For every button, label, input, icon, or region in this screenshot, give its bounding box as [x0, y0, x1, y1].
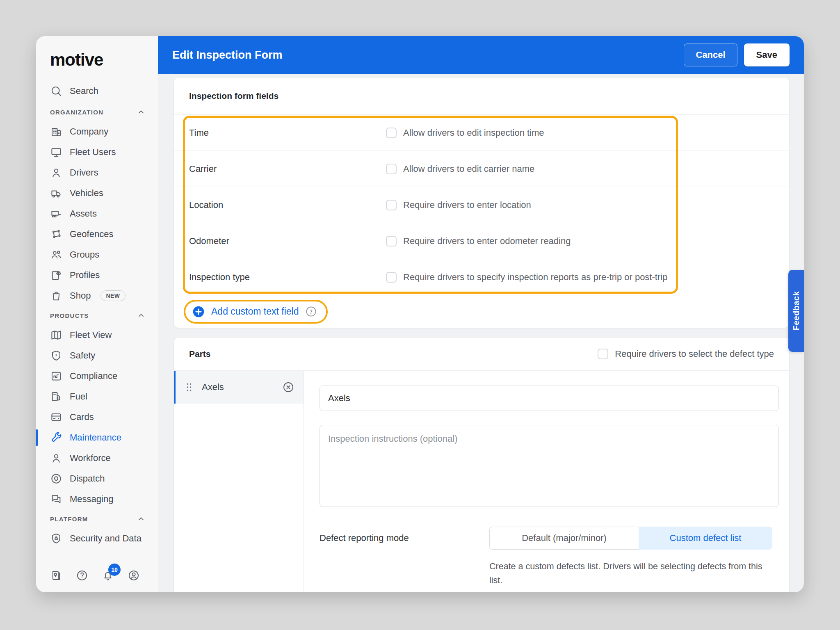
- help-icon[interactable]: [76, 569, 88, 582]
- section-label: PLATFORM: [50, 516, 88, 523]
- checkbox-label: Allow drivers to edit inspection time: [403, 128, 544, 138]
- checkbox[interactable]: [598, 349, 608, 359]
- section-label: PRODUCTS: [50, 312, 89, 319]
- sidebar-item-fuel[interactable]: Fuel: [36, 386, 158, 407]
- person-icon: [50, 452, 62, 464]
- sidebar-search[interactable]: Search: [36, 80, 158, 103]
- sidebar-item-maintenance[interactable]: Maintenance: [36, 427, 158, 448]
- card-title: Parts: [189, 349, 211, 359]
- section-header-organization[interactable]: ORGANIZATION: [36, 103, 158, 121]
- help-circle-icon[interactable]: ?: [305, 306, 317, 317]
- sidebar-item-label: Drivers: [70, 167, 98, 178]
- sidebar-item-compliance[interactable]: Compliance: [36, 366, 158, 386]
- notifications-bell-icon[interactable]: 10: [102, 569, 114, 582]
- person-icon: [50, 167, 62, 179]
- profiles-icon: [50, 269, 62, 281]
- parts-card: Parts Require drivers to select the defe…: [173, 337, 790, 592]
- sidebar-item-label: Fuel: [70, 391, 87, 402]
- sidebar-item-dispatch[interactable]: Dispatch: [36, 468, 158, 489]
- sidebar-item-vehicles[interactable]: Vehicles: [36, 183, 158, 203]
- svg-text:?: ?: [309, 308, 312, 315]
- sidebar-item-geofences[interactable]: Geofences: [36, 224, 158, 244]
- sidebar-item-label: Vehicles: [70, 188, 103, 199]
- checkbox-label: Require drivers to specify inspection re…: [403, 272, 667, 283]
- part-name-input[interactable]: [320, 386, 779, 411]
- sidebar-item-drivers[interactable]: Drivers: [36, 162, 158, 183]
- part-list-item-axels[interactable]: Axels: [174, 371, 304, 404]
- inspection-instructions-textarea[interactable]: [320, 425, 779, 507]
- feedback-tab[interactable]: Feedback: [788, 270, 804, 352]
- checkbox[interactable]: [386, 236, 397, 247]
- checkbox[interactable]: [386, 128, 397, 138]
- parts-body: Axels Defect reporting mode Default (maj…: [174, 371, 789, 592]
- sidebar-item-groups[interactable]: Groups: [36, 244, 158, 265]
- parts-list-panel: Axels: [174, 371, 304, 592]
- section-header-platform[interactable]: PLATFORM: [36, 509, 158, 528]
- sidebar: motive Search ORGANIZATION Company Fleet…: [36, 36, 158, 592]
- sidebar-item-label: Workforce: [70, 453, 111, 463]
- inspection-form-fields-card: Inspection form fields Time Allow driver…: [173, 77, 790, 328]
- new-badge: NEW: [100, 290, 125, 301]
- segment-custom-defect-list[interactable]: Custom defect list: [639, 527, 772, 550]
- guide-icon[interactable]: [50, 569, 62, 582]
- account-icon[interactable]: [128, 569, 140, 582]
- sidebar-item-label: Fleet Users: [70, 147, 116, 158]
- main-area: Edit Inspection Form Cancel Save Inspect…: [158, 36, 804, 592]
- sidebar-item-label: Maintenance: [70, 432, 121, 443]
- sidebar-item-shop[interactable]: Shop NEW: [36, 285, 158, 306]
- sidebar-item-workforce[interactable]: Workforce: [36, 448, 158, 468]
- sidebar-item-fleet-view[interactable]: Fleet View: [36, 325, 158, 345]
- search-icon: [50, 85, 62, 97]
- sidebar-item-messaging[interactable]: Messaging: [36, 489, 158, 509]
- sidebar-item-assets[interactable]: Assets: [36, 203, 158, 224]
- checkbox[interactable]: [386, 164, 397, 174]
- sidebar-item-label: Fleet View: [70, 330, 112, 340]
- search-label: Search: [70, 86, 98, 96]
- defect-mode-help-text: Create a custom defects list. Drivers wi…: [489, 559, 776, 587]
- sidebar-item-company[interactable]: Company: [36, 121, 158, 142]
- drag-handle-icon[interactable]: [185, 382, 194, 393]
- company-icon: [50, 126, 62, 138]
- checkbox[interactable]: [386, 272, 397, 283]
- sidebar-item-safety[interactable]: Safety: [36, 345, 158, 366]
- sidebar-item-label: Shop: [70, 290, 91, 301]
- card-title: Inspection form fields: [174, 78, 789, 115]
- part-detail-form: Defect reporting mode Default (major/min…: [304, 371, 789, 592]
- checkbox[interactable]: [386, 200, 397, 210]
- save-button[interactable]: Save: [744, 43, 790, 66]
- sidebar-item-label: Compliance: [70, 371, 117, 381]
- add-custom-text-field-button[interactable]: Add custom text field ?: [184, 300, 328, 324]
- field-label: Odometer: [189, 236, 386, 247]
- sidebar-item-profiles[interactable]: Profiles: [36, 265, 158, 285]
- card-footer: Add custom text field ?: [174, 295, 789, 328]
- truck-icon: [50, 187, 62, 199]
- sidebar-item-cards[interactable]: Cards: [36, 407, 158, 427]
- sidebar-item-label: Cards: [70, 412, 94, 422]
- notification-count-badge: 10: [108, 564, 121, 576]
- form-field-rows: Time Allow drivers to edit inspection ti…: [174, 115, 789, 295]
- segment-default-major-minor[interactable]: Default (major/minor): [489, 527, 639, 550]
- section-label: ORGANIZATION: [50, 109, 103, 116]
- defect-reporting-mode-row: Defect reporting mode Default (major/min…: [320, 527, 779, 587]
- sidebar-item-fleet-users[interactable]: Fleet Users: [36, 142, 158, 162]
- motive-logo: motive: [50, 50, 158, 70]
- remove-part-icon[interactable]: [282, 381, 294, 393]
- add-custom-text-field-label: Add custom text field: [211, 306, 299, 317]
- cancel-button[interactable]: Cancel: [684, 43, 737, 66]
- monitor-icon: [50, 146, 62, 158]
- field-label: Time: [189, 128, 386, 138]
- checkbox-label: Require drivers to select the defect typ…: [615, 349, 774, 359]
- checkbox-label: Require drivers to enter location: [403, 200, 531, 210]
- checkbox-label: Allow drivers to edit carrier name: [403, 164, 534, 174]
- section-header-products[interactable]: PRODUCTS: [36, 306, 158, 325]
- sidebar-item-security-and-data[interactable]: Security and Data: [36, 528, 158, 549]
- form-field-row-inspection-type: Inspection type Require drivers to speci…: [174, 259, 789, 295]
- field-label: Carrier: [189, 164, 386, 174]
- defect-mode-segmented-control: Default (major/minor) Custom defect list: [489, 527, 772, 550]
- parts-card-header: Parts Require drivers to select the defe…: [174, 338, 789, 371]
- page-title: Edit Inspection Form: [172, 49, 283, 62]
- dispatch-icon: [50, 472, 62, 485]
- plus-circle-icon: [192, 305, 205, 318]
- part-item-name: Axels: [202, 382, 274, 393]
- form-field-row-carrier: Carrier Allow drivers to edit carrier na…: [174, 151, 789, 187]
